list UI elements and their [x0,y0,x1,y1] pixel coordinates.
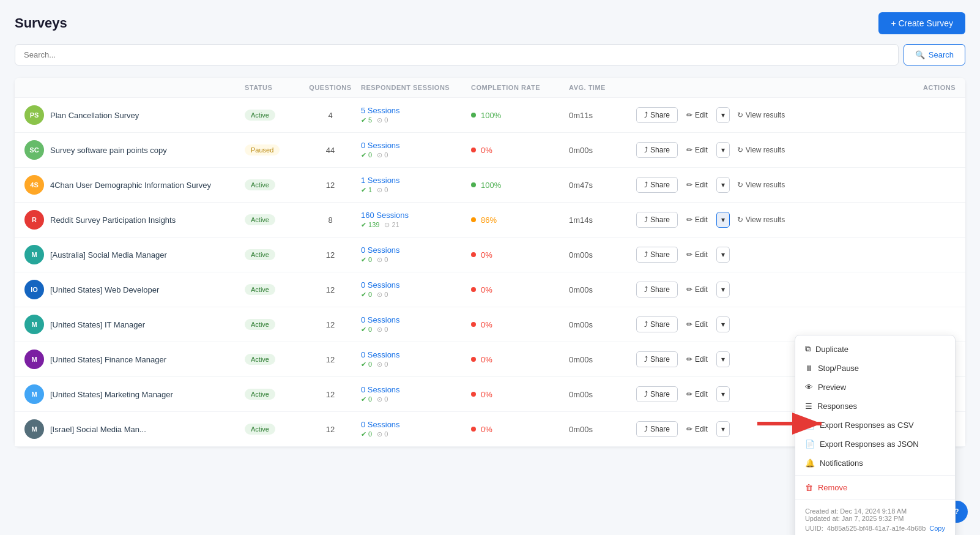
sessions-link[interactable]: 0 Sessions [361,315,400,324]
table-row: PS Plan Cancellation Survey Active 4 5 S… [15,98,965,133]
completion-pct: 0% [481,355,492,364]
survey-name-cell: R Reddit Survey Participation Insights [24,210,245,230]
edit-button[interactable]: ✏ Edit [680,282,714,297]
dropdown-stop-pause[interactable]: ⏸ Stop/Pause [795,359,955,378]
sessions-complete: ✔ 0 [361,430,372,438]
share-button[interactable]: ⤴ Share [636,107,678,123]
questions-cell: 12 [300,355,361,364]
status-badge: Active [245,319,275,330]
share-button[interactable]: ⤴ Share [636,316,678,332]
dropdown-toggle-button[interactable]: ▾ [716,421,730,437]
completion-cell: 100% [471,111,569,120]
completion-pct: 0% [481,250,492,260]
dropdown-export-json[interactable]: 📄 Export Responses as JSON [795,435,955,454]
sessions-skip: ⊙ 0 [377,361,388,369]
completion-dot [471,392,476,397]
avatar: M [24,419,44,439]
edit-button[interactable]: ✏ Edit [680,247,714,262]
edit-icon: ✏ [686,250,692,259]
questions-cell: 12 [300,250,361,260]
time-cell: 0m11s [569,111,636,120]
view-results-button[interactable]: ↻ View results [732,143,790,157]
status-badge: Active [245,284,275,295]
sessions-cell: 0 Sessions ✔ 0 ⊙ 0 [361,420,471,438]
dropdown-toggle-button[interactable]: ▾ [716,282,730,297]
share-button[interactable]: ⤴ Share [636,421,678,437]
edit-button[interactable]: ✏ Edit [680,352,714,367]
dropdown-duplicate[interactable]: ⧉ Duplicate [795,339,955,359]
uuid-value: 4b85a525-bf48-41a7-a1fe-4b68b [827,525,926,532]
survey-name: Reddit Survey Participation Insights [50,215,176,225]
dropdown-toggle-button[interactable]: ▾ [716,386,730,402]
share-button[interactable]: ⤴ Share [636,247,678,263]
completion-cell: 0% [471,285,569,294]
sessions-link[interactable]: 0 Sessions [361,420,400,429]
sessions-link[interactable]: 0 Sessions [361,385,400,394]
copy-uuid-link[interactable]: Copy [929,525,945,532]
dropdown-toggle-button[interactable]: ▾ [716,107,730,123]
share-button[interactable]: ⤴ Share [636,142,678,158]
share-button[interactable]: ⤴ Share [636,351,678,367]
status-badge: Active [245,110,275,121]
status-badge: Active [245,424,275,435]
sessions-link[interactable]: 0 Sessions [361,350,400,359]
edit-button[interactable]: ✏ Edit [680,317,714,332]
avatar: M [24,315,44,334]
share-button[interactable]: ⤴ Share [636,212,678,228]
share-icon: ⤴ [644,250,648,259]
create-survey-button[interactable]: + Create Survey [878,12,965,34]
sessions-cell: 0 Sessions ✔ 0 ⊙ 0 [361,280,471,299]
sessions-cell: 0 Sessions ✔ 0 ⊙ 0 [361,245,471,264]
search-button[interactable]: 🔍 Search [904,44,965,65]
sessions-link[interactable]: 0 Sessions [361,245,400,255]
share-icon: ⤴ [644,425,648,433]
dropdown-remove[interactable]: 🗑 Remove [795,478,955,497]
dropdown-toggle-button[interactable]: ▾ [716,212,730,228]
actions-cell: ⤴ Share ✏ Edit ▾ ↻ View results [636,212,956,228]
dropdown-notifications[interactable]: 🔔 Notifications [795,454,955,473]
edit-button[interactable]: ✏ Edit [680,108,714,122]
share-icon: ⤴ [644,285,648,294]
share-button[interactable]: ⤴ Share [636,386,678,402]
edit-button[interactable]: ✏ Edit [680,178,714,192]
edit-button[interactable]: ✏ Edit [680,212,714,227]
sessions-cell: 5 Sessions ✔ 5 ⊙ 0 [361,106,471,124]
sessions-link[interactable]: 5 Sessions [361,106,400,115]
dropdown-toggle-button[interactable]: ▾ [716,142,730,158]
completion-pct: 0% [481,320,492,329]
col-sessions: RESPONDENT SESSIONS [361,84,471,91]
dropdown-toggle-button[interactable]: ▾ [716,316,730,332]
survey-name-cell: M [Israel] Social Media Man... [24,419,245,439]
completion-dot [471,217,476,222]
sessions-link[interactable]: 0 Sessions [361,280,400,290]
dropdown-preview[interactable]: 👁 Preview [795,378,955,397]
sessions-link[interactable]: 0 Sessions [361,141,400,150]
search-input[interactable] [15,44,899,65]
surveys-table: STATUS QUESTIONS RESPONDENT SESSIONS COM… [15,78,965,447]
dropdown-toggle-button[interactable]: ▾ [716,177,730,193]
edit-button[interactable]: ✏ Edit [680,422,714,436]
edit-button[interactable]: ✏ Edit [680,143,714,157]
view-results-button[interactable]: ↻ View results [732,178,790,192]
results-icon: ↻ [737,146,743,154]
completion-cell: 100% [471,181,569,190]
dropdown-toggle-button[interactable]: ▾ [716,351,730,367]
sessions-link[interactable]: 160 Sessions [361,211,409,220]
share-button[interactable]: ⤴ Share [636,177,678,193]
edit-button[interactable]: ✏ Edit [680,387,714,402]
survey-name: [United States] IT Manager [50,320,145,329]
sessions-complete: ✔ 1 [361,186,372,194]
dropdown-toggle-button[interactable]: ▾ [716,247,730,263]
share-button[interactable]: ⤴ Share [636,282,678,297]
edit-icon: ✏ [686,146,692,154]
view-results-button[interactable]: ↻ View results [732,108,790,122]
results-icon: ↻ [737,181,743,189]
actions-cell: ⤴ Share ✏ Edit ▾ [636,282,956,297]
actions-cell: ⤴ Share ✏ Edit ▾ ↻ View results [636,142,956,158]
view-results-button[interactable]: ↻ View results [732,212,790,227]
sessions-link[interactable]: 1 Sessions [361,176,400,185]
page-title: Surveys [15,15,67,31]
avatar: M [24,384,44,404]
col-name [24,84,245,91]
uuid-label: UUID: [805,525,823,532]
